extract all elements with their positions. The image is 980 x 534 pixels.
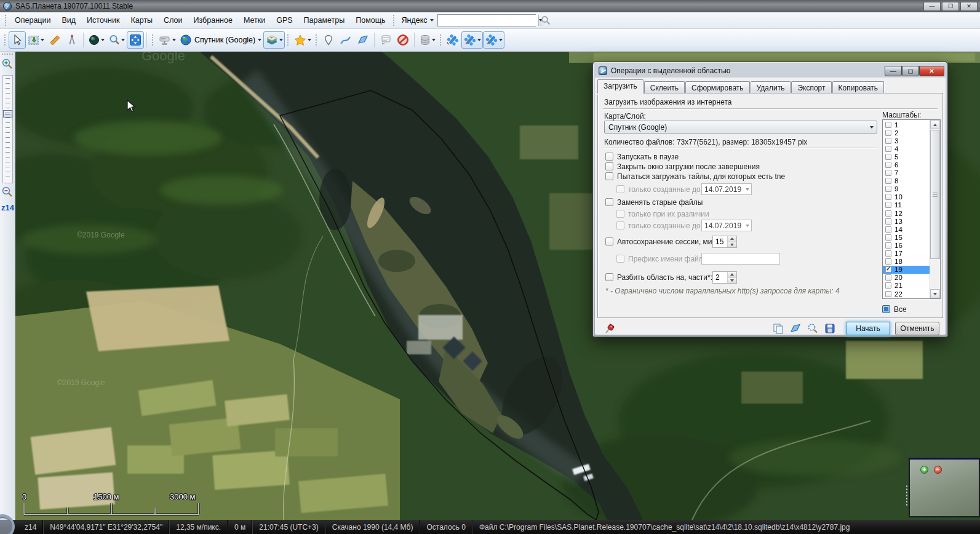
scale-checkbox-21[interactable] (885, 282, 891, 289)
file-prefix-input[interactable] (701, 253, 780, 265)
tab-stitch[interactable]: Склеить (644, 81, 685, 94)
selection-manager-button[interactable] (26, 31, 46, 49)
toolbar-grip[interactable] (4, 34, 7, 46)
minimap-zoom-in-button[interactable]: + (920, 466, 928, 474)
scale-checkbox-13[interactable] (885, 218, 891, 225)
zoom-in-icon[interactable] (1, 58, 14, 70)
scale-row-4[interactable]: 4 (883, 145, 930, 153)
menu-item-вид[interactable]: Вид (56, 14, 81, 27)
scrollbar-thumb[interactable] (930, 130, 940, 259)
scale-row-17[interactable]: 17 (883, 250, 930, 258)
menu-item-gps[interactable]: GPS (271, 14, 298, 27)
layers-button[interactable] (263, 31, 285, 49)
save-selection-icon[interactable] (824, 322, 836, 335)
dialog-maximize-button[interactable]: ▢ (902, 66, 919, 76)
gps-track-button[interactable] (461, 31, 483, 49)
checkbox-close-when-done[interactable] (605, 162, 613, 170)
scale-row-18[interactable]: 18 (883, 258, 930, 266)
dialog-titlebar[interactable]: Операции с выделенной областью — ▢ ✕ (595, 64, 946, 78)
scale-row-6[interactable]: 6 (883, 161, 930, 169)
gps-center-button[interactable] (483, 31, 504, 49)
copy-selection-icon[interactable] (772, 322, 784, 335)
checkbox-start-paused[interactable] (605, 153, 613, 161)
add-polygon-button[interactable] (354, 31, 372, 49)
scale-row-21[interactable]: 21 (883, 282, 930, 290)
scale-row-15[interactable]: 15 (883, 233, 930, 241)
scale-row-5[interactable]: 5 (883, 153, 930, 161)
scale-row-22[interactable]: 22 (883, 290, 930, 298)
zoom-slider-thumb[interactable] (3, 110, 12, 118)
minimize-button[interactable]: — (923, 2, 941, 11)
search-provider-dropdown[interactable]: Яндекс (397, 16, 437, 25)
scale-checkbox-5[interactable] (885, 154, 891, 160)
zoom-panel-grip[interactable] (1, 53, 14, 56)
minimap-zoom-out-button[interactable]: − (934, 466, 942, 474)
zoom-slider[interactable] (2, 75, 13, 183)
search-input[interactable] (438, 15, 538, 26)
ruler-tool-button[interactable] (46, 31, 63, 49)
menu-grip[interactable] (4, 14, 7, 26)
toolbar-grip[interactable] (151, 34, 154, 46)
zoom-tool-button[interactable] (106, 31, 127, 49)
scale-checkbox-3[interactable] (885, 138, 891, 144)
menu-item-источник[interactable]: Источник (81, 14, 125, 27)
divider-tool-button[interactable] (63, 31, 81, 49)
hide-marks-button[interactable] (394, 31, 412, 49)
autosave-spinner[interactable]: 15 (712, 236, 737, 248)
night-mode-button[interactable] (86, 31, 106, 49)
scale-checkbox-14[interactable] (885, 226, 891, 233)
scale-checkbox-12[interactable] (885, 210, 891, 217)
scale-checkbox-10[interactable] (885, 194, 891, 200)
checkbox-replace-old[interactable] (605, 198, 613, 206)
tab-delete[interactable]: Удалить (751, 81, 791, 94)
checkbox-only-if-different[interactable] (616, 210, 624, 218)
tab-generate[interactable]: Сформировать (685, 81, 750, 94)
map-type-button[interactable]: Спутник (Google) (178, 31, 263, 49)
checkbox-file-prefix[interactable] (616, 255, 624, 263)
scale-checkbox-1[interactable] (885, 122, 891, 128)
minimap-grip[interactable] (906, 485, 908, 506)
menu-item-операции[interactable]: Операции (9, 14, 56, 27)
placemark-list-button[interactable] (377, 31, 394, 49)
scale-row-16[interactable]: 16 (883, 241, 930, 249)
tab-export[interactable]: Экспорт (791, 81, 831, 94)
scale-row-9[interactable]: 9 (883, 185, 930, 193)
scale-checkbox-11[interactable] (885, 202, 891, 208)
scale-row-11[interactable]: 11 (883, 201, 930, 209)
favorites-button[interactable] (292, 31, 313, 49)
menu-item-метки[interactable]: Метки (238, 14, 271, 27)
scale-row-12[interactable]: 12 (883, 209, 930, 217)
menu-item-слои[interactable]: Слои (158, 14, 188, 27)
checkbox-tne-only-before[interactable] (616, 185, 624, 193)
search-grip[interactable] (392, 14, 396, 26)
tab-download[interactable]: Загрузить (597, 79, 643, 94)
menu-item-параметры[interactable]: Параметры (298, 14, 351, 27)
scale-checkbox-17[interactable] (885, 250, 891, 257)
map-layer-combo[interactable]: Спутник (Google) (604, 121, 877, 134)
scale-checkbox-16[interactable] (885, 242, 891, 249)
fullscreen-button[interactable] (127, 31, 144, 49)
scale-checkbox-4[interactable] (885, 146, 891, 152)
pin-icon[interactable] (604, 322, 616, 335)
scale-row-3[interactable]: 3 (883, 137, 930, 145)
minimap[interactable]: + − (909, 458, 980, 517)
search-icon[interactable] (541, 15, 551, 25)
cancel-button[interactable]: Отменить (895, 322, 939, 335)
tab-copy[interactable]: Копировать (832, 81, 885, 94)
scale-checkbox-15[interactable] (885, 234, 891, 241)
scale-row-19[interactable]: 19 (883, 266, 930, 274)
start-button[interactable]: Начать (846, 322, 890, 335)
zoom-out-icon[interactable] (1, 186, 14, 198)
add-placemark-button[interactable] (320, 31, 337, 49)
toolbar-grip[interactable] (439, 34, 442, 46)
polygon-selection-icon[interactable] (789, 322, 802, 335)
menu-item-помощь[interactable]: Помощь (350, 14, 391, 27)
checkbox-split-area[interactable] (605, 273, 613, 281)
checkbox-replace-only-before[interactable] (616, 221, 624, 229)
dialog-close-button[interactable]: ✕ (919, 66, 944, 76)
gps-connect-button[interactable] (444, 31, 461, 49)
cache-button[interactable] (417, 31, 437, 49)
menu-item-избранное[interactable]: Избранное (188, 14, 238, 27)
scale-checkbox-8[interactable] (885, 178, 891, 184)
scale-row-14[interactable]: 14 (883, 225, 930, 233)
